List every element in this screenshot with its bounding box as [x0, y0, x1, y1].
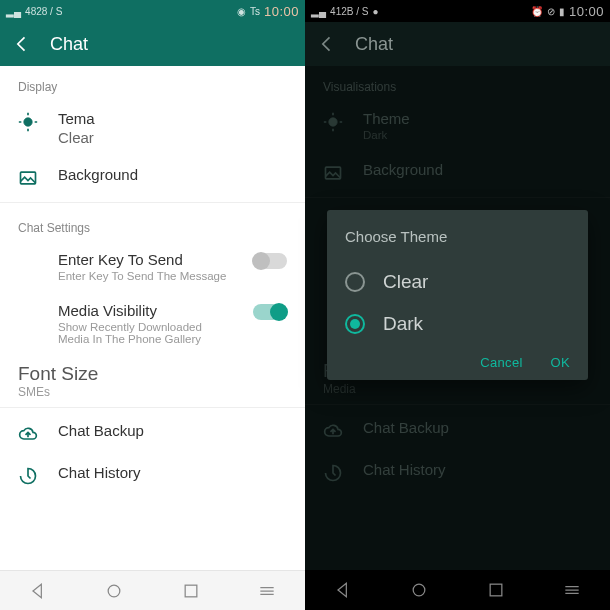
media-vis-sub: Show Recently Downloaded Media In The Ph…	[58, 321, 233, 345]
clock: 10:00	[569, 4, 604, 19]
image-icon	[18, 168, 38, 188]
theme-value: Clear	[58, 129, 287, 146]
row-chat-history[interactable]: Chat History	[0, 454, 305, 496]
media-vis-title: Media Visibility	[58, 302, 233, 319]
section-display: Display	[0, 66, 305, 100]
bubble-icon: ●	[372, 6, 378, 17]
font-size-value: SMEs	[18, 385, 287, 399]
phone-light: ▂▄ 4828 / S ◉ Ts 10:00 Chat Display Tema…	[0, 0, 305, 610]
spacer-icon	[18, 253, 38, 273]
option-clear[interactable]: Clear	[345, 261, 570, 303]
signal-icon: ▂▄	[311, 6, 326, 17]
svg-point-0	[24, 118, 32, 126]
history-icon	[18, 466, 38, 486]
spacer-icon	[18, 304, 38, 324]
background-title: Background	[58, 166, 287, 183]
section-chat-settings: Chat Settings	[0, 207, 305, 241]
header: Chat	[0, 22, 305, 66]
theme-dialog: Choose Theme Clear Dark Cancel OK	[327, 210, 588, 380]
dnd-icon: ⊘	[547, 6, 555, 17]
divider	[0, 202, 305, 203]
enter-key-title: Enter Key To Send	[58, 251, 233, 268]
divider	[0, 407, 305, 408]
nav-back-icon[interactable]	[28, 581, 48, 601]
row-theme[interactable]: Tema Clear	[0, 100, 305, 156]
cloud-up-icon	[18, 424, 38, 444]
status-bar: ▂▄ 412B / S ● ⏰ ⊘ ▮ 10:00	[305, 0, 610, 22]
nav-bar	[0, 570, 305, 610]
theme-title: Tema	[58, 110, 287, 127]
net-speed: 4828 / S	[25, 6, 62, 17]
cancel-button[interactable]: Cancel	[480, 355, 522, 370]
battery-icon: ▮	[559, 6, 565, 17]
row-font-size[interactable]: Font Size SMEs	[0, 355, 305, 403]
nav-bar	[305, 570, 610, 610]
font-size-title: Font Size	[18, 363, 287, 385]
header: Chat	[305, 22, 610, 66]
row-media-visibility[interactable]: Media Visibility Show Recently Downloade…	[0, 292, 305, 355]
nav-home-icon[interactable]	[104, 581, 124, 601]
ok-button[interactable]: OK	[551, 355, 570, 370]
radio-icon	[345, 272, 365, 292]
option-clear-label: Clear	[383, 271, 428, 293]
chat-history-title: Chat History	[58, 464, 287, 481]
row-chat-backup[interactable]: Chat Backup	[0, 412, 305, 454]
chat-backup-title: Chat Backup	[58, 422, 287, 439]
phone-dark: ▂▄ 412B / S ● ⏰ ⊘ ▮ 10:00 Chat Visualisa…	[305, 0, 610, 610]
ts-label: Ts	[250, 6, 260, 17]
radio-icon	[345, 314, 365, 334]
dialog-title: Choose Theme	[345, 228, 570, 245]
page-title: Chat	[50, 34, 88, 55]
theme-icon	[18, 112, 38, 132]
svg-point-2	[109, 585, 121, 597]
back-icon[interactable]	[12, 34, 32, 54]
row-background[interactable]: Background	[0, 156, 305, 198]
enter-key-toggle[interactable]	[253, 253, 287, 269]
svg-rect-7	[490, 584, 502, 596]
nav-recent-icon[interactable]	[486, 580, 506, 600]
media-vis-toggle[interactable]	[253, 304, 287, 320]
nav-menu-icon[interactable]	[562, 580, 582, 600]
row-enter-key[interactable]: Enter Key To Send Enter Key To Send The …	[0, 241, 305, 292]
nav-home-icon[interactable]	[409, 580, 429, 600]
page-title: Chat	[355, 34, 393, 55]
svg-rect-3	[185, 585, 197, 597]
nav-back-icon[interactable]	[333, 580, 353, 600]
enter-key-sub: Enter Key To Send The Message	[58, 270, 233, 282]
clock: 10:00	[264, 4, 299, 19]
net-speed: 412B / S	[330, 6, 368, 17]
option-dark-label: Dark	[383, 313, 423, 335]
svg-point-6	[414, 584, 426, 596]
nav-menu-icon[interactable]	[257, 581, 277, 601]
nav-recent-icon[interactable]	[181, 581, 201, 601]
eye-icon: ◉	[237, 6, 246, 17]
alarm-icon: ⏰	[531, 6, 543, 17]
option-dark[interactable]: Dark	[345, 303, 570, 345]
signal-icon: ▂▄	[6, 6, 21, 17]
back-icon[interactable]	[317, 34, 337, 54]
status-bar: ▂▄ 4828 / S ◉ Ts 10:00	[0, 0, 305, 22]
